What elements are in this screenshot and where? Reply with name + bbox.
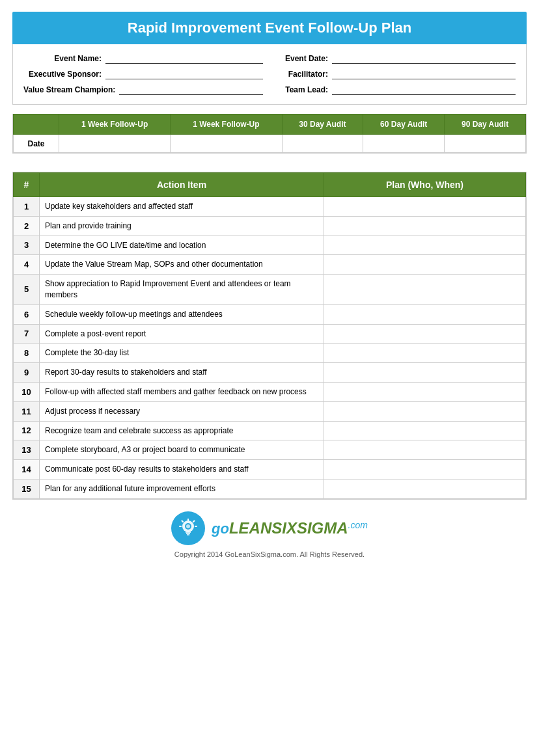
row-number: 9 (14, 363, 40, 383)
action-col-plan: Plan (Who, When) (324, 173, 526, 197)
row-plan[interactable] (324, 197, 526, 217)
row-plan[interactable] (324, 255, 526, 275)
row-plan[interactable] (324, 401, 526, 421)
form-right: Event Date: Facilitator: Team Lead: (276, 53, 516, 95)
row-number: 2 (14, 216, 40, 236)
facilitator-input[interactable] (332, 69, 516, 79)
audit-date-label: Date (14, 135, 59, 153)
table-row: 14Communicate post 60-day results to sta… (14, 460, 526, 479)
table-row: 5Show appreciation to Rapid Improvement … (14, 275, 526, 305)
row-action-item: Update key stakeholders and affected sta… (40, 197, 324, 217)
row-plan[interactable] (324, 460, 526, 479)
row-number: 13 (14, 440, 40, 460)
vs-champion-label: Value Stream Champion: (23, 85, 115, 94)
audit-date-60day[interactable] (363, 135, 445, 153)
row-plan[interactable] (324, 216, 526, 236)
form-row-team-lead: Team Lead: (276, 85, 516, 95)
row-action-item: Plan for any additional future improveme… (40, 479, 324, 498)
table-row: 9Report 30-day results to stakeholders a… (14, 363, 526, 383)
team-lead-label: Team Lead: (276, 85, 328, 94)
logo-area: goLEANSIXSIGMA.com (171, 511, 368, 545)
team-lead-input[interactable] (332, 85, 516, 95)
form-row-event-name: Event Name: (23, 53, 263, 64)
form-row-facilitator: Facilitator: (276, 69, 516, 79)
action-table-header-row: # Action Item Plan (Who, When) (14, 173, 526, 197)
row-number: 5 (14, 275, 40, 305)
audit-date-1week-2[interactable] (171, 135, 282, 153)
table-row: 7Complete a post-event report (14, 324, 526, 344)
row-plan[interactable] (324, 236, 526, 255)
audit-col-empty (14, 115, 59, 135)
row-plan[interactable] (324, 440, 526, 460)
row-number: 14 (14, 460, 40, 479)
row-action-item: Schedule weekly follow-up meetings and a… (40, 304, 324, 324)
audit-col-60day: 60 Day Audit (363, 115, 445, 135)
logo-text: goLEANSIXSIGMA.com (212, 519, 368, 537)
audit-table-wrap: 1 Week Follow-Up 1 Week Follow-Up 30 Day… (12, 114, 527, 154)
row-plan[interactable] (324, 344, 526, 363)
table-row: 1Update key stakeholders and affected st… (14, 197, 526, 217)
row-action-item: Show appreciation to Rapid Improvement E… (40, 275, 324, 305)
row-action-item: Plan and provide training (40, 216, 324, 236)
logo-go: go (212, 520, 229, 537)
audit-date-row: Date (14, 135, 526, 153)
audit-date-1week-1[interactable] (59, 135, 171, 153)
row-plan[interactable] (324, 324, 526, 344)
audit-date-30day[interactable] (282, 135, 363, 153)
row-action-item: Recognize team and celebrate success as … (40, 421, 324, 440)
copyright-text: Copyright 2014 GoLeanSixSigma.com. All R… (174, 550, 365, 558)
row-plan[interactable] (324, 275, 526, 305)
audit-col-30day: 30 Day Audit (282, 115, 363, 135)
row-action-item: Follow-up with affected staff members an… (40, 382, 324, 401)
page-wrapper: Rapid Improvement Event Follow-Up Plan E… (12, 12, 527, 558)
page-header: Rapid Improvement Event Follow-Up Plan (12, 12, 527, 44)
row-plan[interactable] (324, 304, 526, 324)
form-section: Event Name: Executive Sponsor: Value Str… (12, 44, 527, 105)
row-plan[interactable] (324, 363, 526, 383)
event-name-input[interactable] (105, 53, 263, 64)
table-row: 4Update the Value Stream Map, SOPs and o… (14, 255, 526, 275)
row-number: 15 (14, 479, 40, 498)
table-row: 3Determine the GO LIVE date/time and loc… (14, 236, 526, 255)
footer: goLEANSIXSIGMA.com Copyright 2014 GoLean… (12, 511, 527, 558)
row-action-item: Communicate post 60-day results to stake… (40, 460, 324, 479)
exec-sponsor-input[interactable] (105, 69, 263, 79)
event-date-label: Event Date: (276, 54, 328, 63)
row-action-item: Update the Value Stream Map, SOPs and ot… (40, 255, 324, 275)
page-title: Rapid Improvement Event Follow-Up Plan (128, 20, 411, 36)
logo-leansixsigma: LEANSIXSIGMA (229, 519, 348, 537)
row-action-item: Report 30-day results to stakeholders an… (40, 363, 324, 383)
vs-champion-input[interactable] (119, 85, 263, 95)
lightbulb-icon (178, 518, 199, 539)
row-number: 7 (14, 324, 40, 344)
row-number: 8 (14, 344, 40, 363)
row-action-item: Complete storyboard, A3 or project board… (40, 440, 324, 460)
table-row: 6Schedule weekly follow-up meetings and … (14, 304, 526, 324)
row-number: 4 (14, 255, 40, 275)
row-action-item: Complete the 30-day list (40, 344, 324, 363)
form-row-exec-sponsor: Executive Sponsor: (23, 69, 263, 79)
svg-point-2 (186, 524, 190, 528)
form-row-vs-champion: Value Stream Champion: (23, 85, 263, 95)
row-action-item: Determine the GO LIVE date/time and loca… (40, 236, 324, 255)
audit-col-1week-1: 1 Week Follow-Up (59, 115, 171, 135)
event-date-input[interactable] (332, 53, 516, 64)
audit-table: 1 Week Follow-Up 1 Week Follow-Up 30 Day… (13, 114, 526, 153)
logo-icon (171, 511, 205, 545)
row-action-item: Complete a post-event report (40, 324, 324, 344)
form-left: Event Name: Executive Sponsor: Value Str… (23, 53, 263, 95)
table-row: 15Plan for any additional future improve… (14, 479, 526, 498)
row-plan[interactable] (324, 421, 526, 440)
table-row: 2Plan and provide training (14, 216, 526, 236)
facilitator-label: Facilitator: (276, 70, 328, 79)
row-number: 10 (14, 382, 40, 401)
row-number: 6 (14, 304, 40, 324)
action-col-item: Action Item (40, 173, 324, 197)
table-row: 12Recognize team and celebrate success a… (14, 421, 526, 440)
audit-col-90day: 90 Day Audit (445, 115, 526, 135)
logo-dotcom: .com (348, 519, 368, 530)
audit-date-90day[interactable] (445, 135, 526, 153)
row-plan[interactable] (324, 479, 526, 498)
row-plan[interactable] (324, 382, 526, 401)
row-action-item: Adjust process if necessary (40, 401, 324, 421)
